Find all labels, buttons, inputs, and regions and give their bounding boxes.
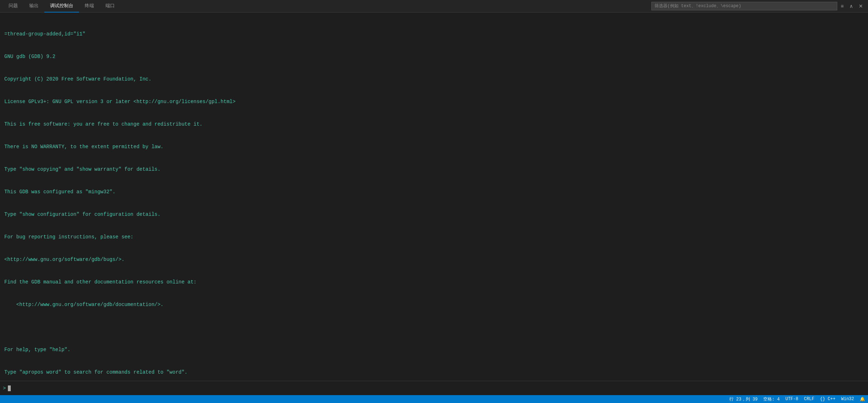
terminal-line-4: This is free software: you are free to c…: [4, 121, 864, 128]
status-feedback[interactable]: 🔔: [860, 397, 865, 402]
tab-problems[interactable]: 问题: [3, 0, 24, 13]
terminal-main: =thread-group-added,id="i1" GNU gdb (GDB…: [0, 13, 868, 395]
tab-output[interactable]: 输出: [24, 0, 44, 13]
terminal-line-1: GNU gdb (GDB) 9.2: [4, 53, 864, 60]
filter-input[interactable]: [651, 2, 837, 10]
status-encoding[interactable]: UTF-8: [785, 397, 798, 402]
terminal-prompt-symbol: >: [3, 385, 6, 391]
terminal-output[interactable]: =thread-group-added,id="i1" GNU gdb (GDB…: [0, 13, 868, 381]
terminal-line-9: For bug reporting instructions, please s…: [4, 233, 864, 241]
terminal-cursor: [8, 385, 11, 391]
terminal-line-6: Type "show copying" and "show warranty" …: [4, 166, 864, 173]
tab-debug-console[interactable]: 调试控制台: [44, 0, 79, 13]
tab-bar: 问题 输出 调试控制台 终端 端口 ≡ ∧ ✕: [0, 0, 868, 13]
collapse-button[interactable]: ∧: [847, 3, 855, 10]
tab-terminal[interactable]: 终端: [79, 0, 100, 13]
terminal-line-empty1: [4, 324, 864, 331]
terminal-line-8: Type "show configuration" for configurat…: [4, 211, 864, 218]
status-platform[interactable]: Win32: [841, 397, 854, 402]
terminal-line-7: This GDB was configured as "mingw32".: [4, 188, 864, 196]
terminal-input-area[interactable]: >: [0, 381, 868, 395]
status-spaces[interactable]: 空格: 4: [763, 396, 780, 402]
terminal-line-5: There is NO WARRANTY, to the extent perm…: [4, 143, 864, 151]
terminal-line-2: Copyright (C) 2020 Free Software Foundat…: [4, 76, 864, 83]
terminal-line-12: <http://www.gnu.org/software/gdb/documen…: [4, 301, 864, 309]
status-line-ending[interactable]: CRLF: [804, 397, 814, 402]
terminal-line-11: Find the GDB manual and other documentat…: [4, 278, 864, 286]
filter-bar: ≡ ∧ ✕: [651, 2, 865, 10]
status-line-col[interactable]: 行 23，列 39: [729, 396, 758, 402]
menu-icon-button[interactable]: ≡: [839, 3, 846, 10]
terminal-line-10: <http://www.gnu.org/software/gdb/bugs/>.: [4, 256, 864, 263]
terminal-line-14: For help, type "help".: [4, 346, 864, 354]
close-panel-button[interactable]: ✕: [857, 3, 865, 10]
status-language[interactable]: {} C++: [820, 397, 835, 402]
status-bar: 行 23，列 39 空格: 4 UTF-8 CRLF {} C++ Win32 …: [0, 395, 868, 403]
tab-ports[interactable]: 端口: [100, 0, 120, 13]
terminal-line-0: =thread-group-added,id="i1": [4, 30, 864, 38]
terminal-line-3: License GPLv3+: GNU GPL version 3 or lat…: [4, 98, 864, 106]
terminal-line-15: Type "apropos word" to search for comman…: [4, 369, 864, 376]
